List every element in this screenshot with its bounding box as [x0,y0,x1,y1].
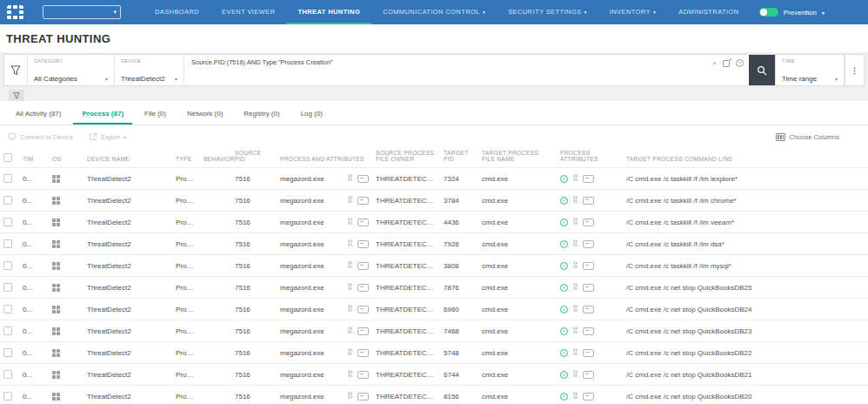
time-cell: 0... [19,255,49,277]
column-header-target-process-file-name[interactable]: TARGET PROCESS FILE NAME [478,148,557,168]
table-row[interactable]: 0...ThreatDetect2Proce...7516megazord.ex… [0,212,868,233]
tab-process[interactable]: Process (87) [73,104,132,125]
process-attributes-cell: ✓64bit [557,168,623,190]
row-checkbox[interactable] [3,239,12,248]
64bit-badge-icon: 64bit [348,306,352,313]
row-checkbox[interactable] [3,261,12,270]
column-header-source-process-file-owner[interactable]: SOURCE PROCESS FILE OWNER [372,148,440,168]
table-row[interactable]: 0...ThreatDetect2Proce...7516megazord.ex… [0,190,868,212]
category-dropdown[interactable]: CATEGORY All Categories ▾ [28,55,115,85]
chevron-down-icon[interactable]: ▾ [822,10,825,16]
tab-file[interactable]: File (0) [136,104,175,125]
select-all-checkbox[interactable] [3,153,12,162]
device-value: ThreatDetect2 [121,75,165,83]
query-input[interactable]: Source.PID:(7516) AND Type:"Process Crea… [184,55,749,85]
results-table: TIMOSDEVICE NAMETYPEBEHAVIORSOURCE PIDPR… [0,148,868,404]
page-title: THREAT HUNTING [6,32,110,45]
row-checkbox-cell [0,277,19,299]
tab-registry[interactable]: Registry (0) [235,104,288,125]
row-checkbox[interactable] [3,218,12,226]
top-navbar: ▾ DASHBOARDEVENT VIEWERTHREAT HUNTINGCOM… [0,0,868,24]
target-pid-cell: 6960 [440,299,478,320]
console-window-icon [583,175,594,183]
nav-item-inventory[interactable]: INVENTORY▾ [598,0,668,24]
row-checkbox[interactable] [3,196,12,205]
column-header-behavior[interactable]: BEHAVIOR [200,148,231,168]
64bit-badge-icon: 64bit [573,262,578,269]
behavior-cell [200,255,231,277]
saved-filters-toggle[interactable] [9,90,24,101]
nav-item-threat-hunting[interactable]: THREAT HUNTING [286,0,371,24]
column-header-target-pid[interactable]: TARGET PID [440,148,478,168]
table-row[interactable]: 0...ThreatDetect2Proce...7516megazord.ex… [0,386,868,404]
choose-columns-button[interactable]: Choose Columns [776,133,839,141]
table-row[interactable]: 0...ThreatDetect2Proce...7516megazord.ex… [0,255,868,277]
target-process-file-name-cell: cmd.exe [478,320,557,342]
row-checkbox[interactable] [3,327,12,335]
nav-item-communication-control[interactable]: COMMUNICATION CONTROL▾ [371,0,497,24]
time-range-dropdown[interactable]: TIME Time range ▾ [775,55,845,85]
column-header-target-process-command-line[interactable]: TARGET PROCESS COMMAND LINE [623,148,868,168]
more-options-button[interactable]: ⋮ [845,55,864,85]
help-icon[interactable]: ? [736,59,744,67]
row-checkbox[interactable] [3,305,12,313]
tab-network[interactable]: Network (0) [178,104,231,125]
column-header-process-and-attributes[interactable]: PROCESS AND ATTRIBUTES [277,148,372,168]
row-checkbox[interactable] [3,392,12,401]
row-checkbox-cell [0,212,19,233]
table-row[interactable]: 0...ThreatDetect2Proce...7516megazord.ex… [0,342,868,364]
row-checkbox[interactable] [3,283,12,292]
type-cell: Proce... [172,277,200,299]
filter-funnel-button[interactable] [4,55,28,85]
device-dropdown[interactable]: DEVICE ThreatDetect2 ▾ [115,55,184,85]
64bit-badge-icon: 64bit [348,262,352,269]
table-row[interactable]: 0...ThreatDetect2Proce...7516megazord.ex… [0,277,868,299]
nav-item-event-viewer[interactable]: EVENT VIEWER [210,0,286,24]
type-cell: Proce... [172,190,200,212]
export-button[interactable]: Export ▾ [89,132,126,141]
nav-item-security-settings[interactable]: SECURITY SETTINGS▾ [497,0,598,24]
device-name-cell: ThreatDetect2 [83,386,172,404]
search-button[interactable] [749,55,775,85]
row-checkbox-cell [0,364,19,386]
row-checkbox[interactable] [3,174,12,183]
column-header-device-name[interactable]: DEVICE NAME [83,148,172,168]
table-row[interactable]: 0...ThreatDetect2Proce...7516megazord.ex… [0,299,868,320]
tab-all[interactable]: All Activity (87) [7,104,70,125]
type-cell: Proce... [172,233,200,255]
row-checkbox-cell [0,299,19,320]
copy-query-icon[interactable] [723,60,730,67]
64bit-badge-icon: 64bit [348,240,352,247]
column-header-source-pid[interactable]: SOURCE PID [231,148,277,168]
table-row[interactable]: 0...ThreatDetect2Proce...7516megazord.ex… [0,364,868,386]
process-attributes-cell: ✓64bit [557,277,623,299]
organization-select[interactable]: ▾ [43,5,121,19]
row-checkbox[interactable] [3,370,12,379]
row-checkbox[interactable] [3,348,12,357]
table-row[interactable]: 0...ThreatDetect2Proce...7516megazord.ex… [0,168,868,190]
table-row[interactable]: 0...ThreatDetect2Proce...7516megazord.ex… [0,320,868,342]
column-header-tim[interactable]: TIM [19,148,49,168]
nav-item-administration[interactable]: ADMINISTRATION [667,0,750,24]
nav-item-dashboard[interactable]: DASHBOARD [144,0,210,24]
connect-to-device-button[interactable]: Connect to Device [8,132,73,141]
verified-check-icon: ✓ [560,306,568,313]
table-row[interactable]: 0...ThreatDetect2Proce...7516megazord.ex… [0,233,868,255]
console-window-icon [583,284,594,292]
tab-log[interactable]: Log (0) [292,104,331,125]
source-pid-cell: 7516 [231,364,277,386]
process-name: megazord.exe [280,306,324,313]
column-header-checkbox[interactable] [0,148,19,168]
clear-query-icon[interactable]: × [712,60,717,67]
column-header-os[interactable]: OS [49,148,83,168]
chevron-down-icon: ▾ [483,9,485,15]
os-cell [49,233,83,255]
process-and-attributes-cell: megazord.exe64bit [277,255,372,277]
process-and-attributes-cell: megazord.exe64bit [277,277,372,299]
process-attribute-icons: 64bit [348,306,369,313]
prevention-toggle[interactable] [759,8,778,17]
windows-os-icon [52,327,60,335]
column-header-process-attributes[interactable]: PROCESS ATTRIBUTES [557,148,623,168]
column-header-type[interactable]: TYPE [172,148,200,168]
target-attribute-icons: ✓64bit [560,371,619,379]
